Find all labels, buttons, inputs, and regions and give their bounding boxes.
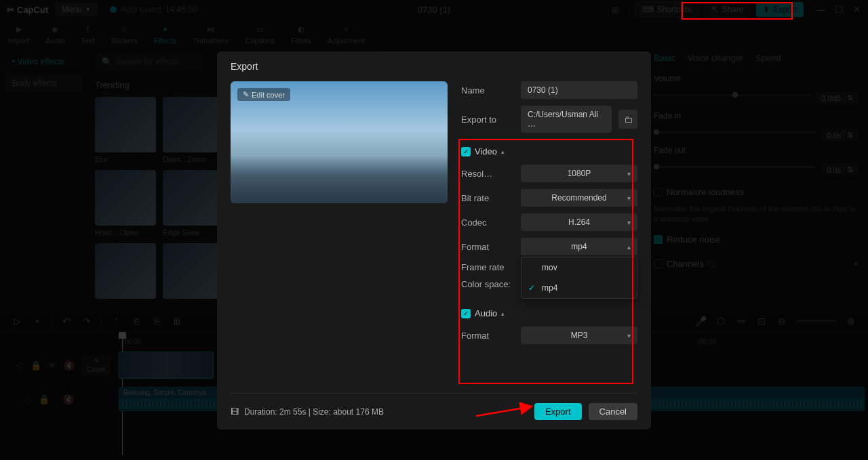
- folder-icon: 🗀: [624, 114, 633, 125]
- film-icon: 🎞: [231, 407, 239, 417]
- export-preview: ✎Edit cover: [231, 81, 448, 203]
- exportto-path: C:/Users/Usman Ali …: [521, 106, 612, 133]
- format-select[interactable]: mp4 mov mp4: [521, 238, 637, 255]
- resolution-label: Resol…: [461, 169, 514, 179]
- audio-section-checkbox[interactable]: ✓: [461, 309, 471, 318]
- pencil-icon: ✎: [243, 90, 249, 99]
- audio-format-select[interactable]: MP3: [521, 327, 637, 344]
- format-option-mp4[interactable]: mp4: [521, 278, 637, 298]
- cancel-button[interactable]: Cancel: [589, 403, 637, 420]
- format-label: Format: [461, 242, 514, 252]
- export-modal-title: Export: [231, 61, 637, 72]
- bitrate-label: Bit rate: [461, 193, 514, 203]
- codec-select[interactable]: H.264: [521, 213, 637, 231]
- framerate-label: Frame rate: [461, 262, 514, 272]
- duration-info: 🎞 Duration: 2m 55s | Size: about 176 MB: [231, 407, 384, 417]
- video-section-checkbox[interactable]: ✓: [461, 147, 471, 156]
- audio-section-label: Audio: [475, 308, 497, 318]
- chevron-up-icon[interactable]: ▴: [501, 148, 505, 155]
- exportto-label: Export to: [461, 114, 514, 125]
- codec-label: Codec: [461, 217, 514, 228]
- edit-cover-button[interactable]: ✎Edit cover: [237, 88, 290, 101]
- format-option-mov[interactable]: mov: [521, 257, 637, 278]
- chevron-up-icon[interactable]: ▴: [501, 310, 505, 317]
- export-confirm-button[interactable]: Export: [534, 403, 582, 420]
- export-modal: Export ✎Edit cover Name Export to C:/Use…: [217, 51, 651, 430]
- colorspace-label: Color space:: [461, 279, 511, 289]
- format-dropdown: mov mp4: [521, 257, 637, 299]
- video-section-label: Video: [475, 146, 497, 156]
- browse-button[interactable]: 🗀: [618, 110, 637, 129]
- name-input[interactable]: [521, 81, 637, 99]
- name-label: Name: [461, 85, 514, 96]
- resolution-select[interactable]: 1080P: [521, 165, 637, 182]
- bitrate-select[interactable]: Recommended: [521, 189, 637, 207]
- audio-format-label: Format: [461, 331, 514, 341]
